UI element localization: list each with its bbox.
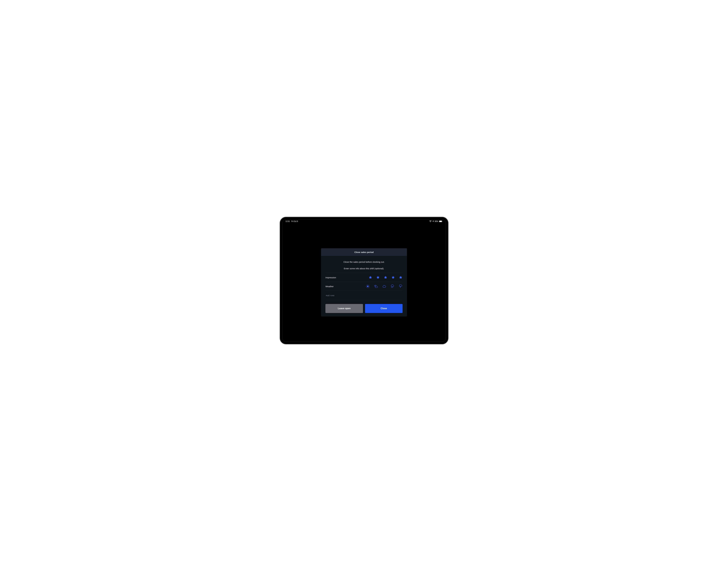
dialog-button-row: Leave open Close xyxy=(325,304,403,313)
weather-option-group xyxy=(366,285,403,288)
close-button[interactable]: Close xyxy=(365,304,403,313)
svg-line-9 xyxy=(369,287,369,288)
note-row xyxy=(325,291,403,300)
statusbar-time: 12:01 xyxy=(286,220,290,222)
weather-row: Weather xyxy=(325,282,403,291)
app-body: Close sales period Close the sales perio… xyxy=(282,223,446,342)
weather-label: Weather xyxy=(325,285,334,288)
dialog-message-primary: Close the sales period before clocking o… xyxy=(325,261,403,263)
svg-line-10 xyxy=(366,287,367,288)
ipad-frame: 12:01 Fri Oct 9 90% xyxy=(280,217,449,345)
weather-partly-cloudy-icon[interactable] xyxy=(374,285,378,288)
star-icon[interactable] xyxy=(369,275,372,279)
impression-label: Impression xyxy=(325,276,336,279)
impression-rating-group xyxy=(369,275,403,279)
svg-line-18 xyxy=(392,287,392,288)
note-input[interactable] xyxy=(325,294,403,297)
location-icon xyxy=(432,220,434,222)
weather-sunny-icon[interactable] xyxy=(366,285,370,288)
weather-thunder-icon[interactable] xyxy=(398,285,403,288)
svg-line-15 xyxy=(374,285,375,286)
star-icon[interactable] xyxy=(399,275,403,279)
svg-line-16 xyxy=(376,285,376,286)
star-icon[interactable] xyxy=(384,275,387,279)
wifi-icon xyxy=(429,220,432,222)
status-bar: 12:01 Fri Oct 9 90% xyxy=(282,219,446,223)
svg-point-3 xyxy=(367,286,369,287)
leave-open-button[interactable]: Leave open xyxy=(325,304,363,313)
impression-row: Impression xyxy=(325,273,403,282)
close-sales-period-dialog: Close sales period Close the sales perio… xyxy=(321,248,407,317)
weather-rain-icon[interactable] xyxy=(390,285,394,288)
star-icon[interactable] xyxy=(391,275,395,279)
svg-rect-1 xyxy=(439,220,442,222)
dialog-message-secondary: Enter some info about this shift (option… xyxy=(325,267,403,270)
device-screen: 12:01 Fri Oct 9 90% xyxy=(282,219,446,342)
svg-line-17 xyxy=(391,287,392,288)
weather-cloudy-icon[interactable] xyxy=(382,285,386,288)
svg-line-19 xyxy=(393,287,393,288)
dialog-title: Close sales period xyxy=(321,248,407,256)
battery-icon xyxy=(439,220,443,222)
statusbar-battery-pct: 90% xyxy=(435,220,438,222)
statusbar-date: Fri Oct 9 xyxy=(291,220,298,222)
star-icon[interactable] xyxy=(376,275,380,279)
